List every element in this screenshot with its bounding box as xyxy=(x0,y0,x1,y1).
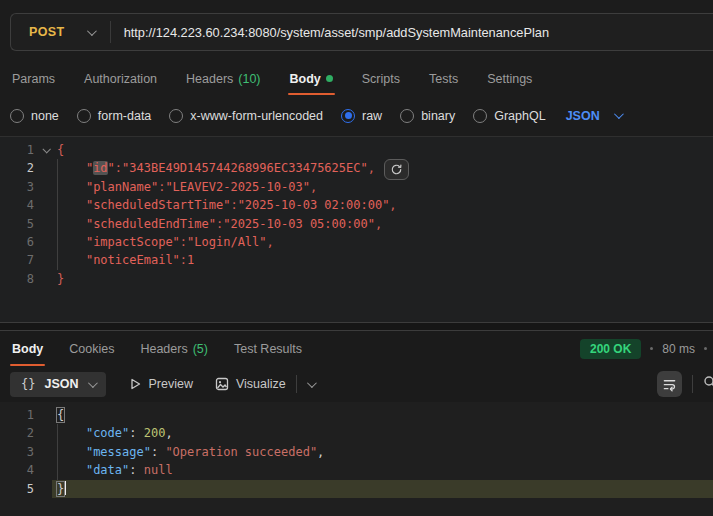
body-type-graphql[interactable]: GraphQL xyxy=(473,109,545,123)
code-line: 1{ xyxy=(0,406,713,424)
response-tab-test-results[interactable]: Test Results xyxy=(232,331,304,366)
search-icon[interactable] xyxy=(703,375,713,393)
token: : xyxy=(151,445,165,459)
token: " xyxy=(108,161,115,175)
response-meta: 200 OK 80 ms xyxy=(580,331,707,366)
code-text: "planName":"LEAVEV2-2025-10-03", xyxy=(57,178,317,196)
pane-resizer[interactable] xyxy=(0,322,713,331)
code-line: 6 "impactScope":"Login/All", xyxy=(0,233,713,251)
token: : xyxy=(180,253,187,267)
json-format-selector[interactable]: {} JSON xyxy=(10,372,106,397)
token: , xyxy=(317,445,324,459)
json-language-selector[interactable]: JSON xyxy=(566,109,621,123)
response-tabs: BodyCookiesHeaders(5)Test Results xyxy=(10,331,326,366)
token: "LEAVEV2-2025-10-03" xyxy=(165,180,310,194)
body-type-form-data[interactable]: form-data xyxy=(77,109,152,123)
request-tab-headers[interactable]: Headers(10) xyxy=(184,62,262,95)
token: "scheduledStartTime" xyxy=(86,198,231,212)
fold-column xyxy=(34,159,57,177)
token: , xyxy=(165,426,172,440)
tab-label: Cookies xyxy=(69,342,114,356)
token: "message" xyxy=(86,445,151,459)
code-text: "scheduledStartTime":"2025-10-03 02:00:0… xyxy=(57,196,397,214)
code-line: 5 "scheduledEndTime":"2025-10-03 05:00:0… xyxy=(0,215,713,233)
chevron-down-icon xyxy=(42,145,50,153)
tab-label: Headers xyxy=(186,72,233,86)
fold-toggle[interactable] xyxy=(34,141,57,159)
url-input[interactable]: http://124.223.60.234:8080/system/asset/… xyxy=(111,25,549,40)
request-url-bar: POST http://124.223.60.234:8080/system/a… xyxy=(10,13,713,51)
token: , xyxy=(368,161,375,175)
request-tab-settings[interactable]: Settings xyxy=(485,62,534,95)
request-body-editor[interactable]: 1{2 "id":"343BE49D145744268996EC33475625… xyxy=(0,136,713,322)
token: } xyxy=(57,482,64,496)
response-tab-body[interactable]: Body xyxy=(10,331,45,366)
code-line: 8} xyxy=(0,270,713,288)
token: "data" xyxy=(86,463,129,477)
radio-icon xyxy=(341,109,355,123)
request-url-section: POST http://124.223.60.234:8080/system/a… xyxy=(0,0,713,62)
unsaved-changes-dot-icon xyxy=(326,75,333,82)
tab-label: Body xyxy=(12,342,43,356)
radio-icon xyxy=(10,109,24,123)
response-time: 80 ms xyxy=(662,342,695,356)
token: } xyxy=(57,272,64,286)
tab-label: Scripts xyxy=(362,72,400,86)
token: "code" xyxy=(86,426,129,440)
wrap-text-button[interactable] xyxy=(657,371,682,397)
token: "impactScope" xyxy=(86,235,180,249)
body-type-x-www-form-urlencoded[interactable]: x-www-form-urlencoded xyxy=(169,109,323,123)
method-selector[interactable]: POST xyxy=(11,25,110,39)
body-type-binary[interactable]: binary xyxy=(400,109,455,123)
radio-icon xyxy=(169,109,183,123)
token: "scheduledEndTime" xyxy=(86,217,216,231)
request-tab-params[interactable]: Params xyxy=(10,62,57,95)
visualize-button[interactable]: Visualize xyxy=(215,377,286,391)
visualize-chevron-icon[interactable] xyxy=(307,378,317,388)
response-tab-cookies[interactable]: Cookies xyxy=(67,331,116,366)
request-tab-authorization[interactable]: Authorization xyxy=(82,62,159,95)
code-line: 4 "data": null xyxy=(0,461,713,479)
code-line: 7 "noticeEmail":1 xyxy=(0,251,713,269)
tab-label: Test Results xyxy=(234,342,302,356)
line-number: 6 xyxy=(0,233,34,251)
fold-column xyxy=(34,251,57,269)
response-view-tools xyxy=(657,371,709,397)
body-type-raw[interactable]: raw xyxy=(341,109,382,123)
code-text: { xyxy=(57,406,64,424)
response-tab-headers[interactable]: Headers(5) xyxy=(138,331,210,366)
request-tab-body[interactable]: Body xyxy=(288,62,335,95)
visualize-label: Visualize xyxy=(236,377,286,391)
token: "Operation succeeded" xyxy=(165,445,317,459)
response-body-viewer[interactable]: 1{2 "code": 200,3 "message": "Operation … xyxy=(0,402,713,516)
token: "2025-10-03 02:00:00" xyxy=(238,198,390,212)
radio-label: raw xyxy=(362,109,382,123)
image-icon xyxy=(215,377,229,391)
body-type-none[interactable]: none xyxy=(10,109,59,123)
code-text: "scheduledEndTime":"2025-10-03 05:00:00"… xyxy=(57,215,382,233)
token: "planName" xyxy=(86,180,158,194)
request-tab-tests[interactable]: Tests xyxy=(427,62,460,95)
code-line: 2 "id":"343BE49D145744268996EC33475625EC… xyxy=(0,159,713,177)
line-number: 2 xyxy=(0,159,34,177)
separator-dot xyxy=(704,347,707,350)
code-line: 1{ xyxy=(0,141,713,159)
tab-label: Headers xyxy=(140,342,187,356)
tab-label: Tests xyxy=(429,72,458,86)
request-tab-scripts[interactable]: Scripts xyxy=(360,62,402,95)
line-number: 1 xyxy=(0,406,34,424)
indent-guide xyxy=(57,159,58,269)
token: : xyxy=(230,198,237,212)
wrap-text-icon xyxy=(662,377,677,392)
line-number: 5 xyxy=(0,215,34,233)
status-badge[interactable]: 200 OK xyxy=(580,339,641,359)
token: , xyxy=(310,180,317,194)
tab-count: (10) xyxy=(238,72,260,86)
token: null xyxy=(144,463,173,477)
radio-label: GraphQL xyxy=(494,109,545,123)
indent-guide xyxy=(57,424,58,479)
radio-label: binary xyxy=(421,109,455,123)
preview-button[interactable]: Preview xyxy=(128,377,193,391)
fold-column xyxy=(34,461,57,479)
code-text: "message": "Operation succeeded", xyxy=(57,443,324,461)
